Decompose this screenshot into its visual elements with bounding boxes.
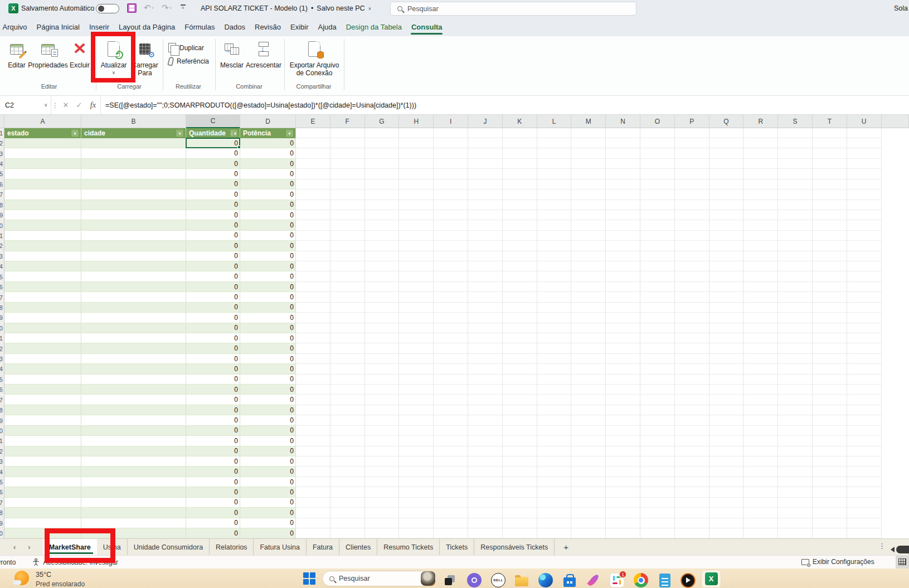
cell-A12[interactable] — [4, 241, 81, 251]
cell-H31[interactable] — [399, 436, 434, 446]
cell-R32[interactable] — [743, 446, 778, 456]
cell-D40[interactable]: 0 — [240, 528, 296, 538]
cell-N32[interactable] — [606, 446, 640, 456]
cell-U3[interactable] — [847, 148, 882, 158]
cell-R15[interactable] — [743, 271, 778, 281]
cell-D21[interactable]: 0 — [240, 333, 296, 343]
cell-U24[interactable] — [847, 364, 882, 374]
cell-F38[interactable] — [330, 508, 365, 518]
cell-G16[interactable] — [365, 282, 400, 292]
row-header-27[interactable]: 27 — [0, 395, 4, 405]
column-header-S[interactable]: S — [778, 115, 813, 128]
cell-N29[interactable] — [606, 415, 640, 425]
cell-M21[interactable] — [571, 333, 606, 343]
cell-P31[interactable] — [675, 436, 709, 446]
cell-F31[interactable] — [330, 436, 365, 446]
cell-G39[interactable] — [365, 518, 400, 528]
cell-D19[interactable]: 0 — [240, 313, 296, 323]
cell-K13[interactable] — [503, 251, 537, 261]
tab-arquivo[interactable]: Arquivo — [0, 18, 32, 36]
cell-J22[interactable] — [468, 343, 503, 353]
cell-D30[interactable]: 0 — [240, 426, 296, 436]
cell-J2[interactable] — [468, 138, 503, 148]
cell-B28[interactable] — [81, 405, 186, 415]
cell-P25[interactable] — [675, 375, 709, 385]
cell-I8[interactable] — [434, 200, 468, 210]
row-header-17[interactable]: 17 — [0, 292, 4, 302]
cell-D13[interactable]: 0 — [240, 251, 296, 261]
sheet-tab-responsáveis-tickets[interactable]: Responsáveis Tickets — [474, 539, 555, 555]
cell-K30[interactable] — [503, 426, 537, 436]
cell-U27[interactable] — [847, 395, 882, 405]
cell-B36[interactable] — [81, 487, 186, 497]
cell-T28[interactable] — [813, 405, 847, 415]
cell-D8[interactable]: 0 — [240, 200, 296, 210]
cell-P6[interactable] — [675, 179, 709, 189]
cell-N24[interactable] — [606, 364, 640, 374]
cell-S1[interactable] — [778, 128, 813, 138]
row-header-22[interactable]: 22 — [0, 343, 4, 353]
cell-P20[interactable] — [675, 323, 709, 333]
cell-E8[interactable] — [296, 200, 330, 210]
cell-M22[interactable] — [571, 343, 606, 353]
cell-G34[interactable] — [365, 466, 400, 477]
cell-M23[interactable] — [571, 354, 606, 364]
cell-D37[interactable]: 0 — [240, 498, 296, 508]
tab-dados[interactable]: Dados — [220, 18, 250, 36]
cell-P16[interactable] — [675, 282, 709, 292]
column-header-G[interactable]: G — [365, 115, 400, 128]
cell-I29[interactable] — [434, 415, 468, 425]
cell-E11[interactable] — [296, 231, 330, 241]
cell-J36[interactable] — [468, 487, 503, 497]
cell-D22[interactable]: 0 — [240, 343, 296, 353]
taskbar-app-slack[interactable]: 1 — [609, 572, 625, 588]
cell-P40[interactable] — [675, 528, 709, 538]
cell-H22[interactable] — [399, 343, 434, 353]
cell-A21[interactable] — [4, 333, 81, 343]
cell-C24[interactable]: 0 — [186, 364, 240, 374]
cell-H19[interactable] — [399, 313, 434, 323]
cell-R3[interactable] — [743, 148, 778, 158]
cell-R16[interactable] — [743, 282, 778, 292]
cell-Q40[interactable] — [709, 528, 744, 538]
cell-C26[interactable]: 0 — [186, 385, 240, 395]
cell-G29[interactable] — [365, 415, 400, 425]
cell-H7[interactable] — [399, 189, 434, 200]
cell-G20[interactable] — [365, 323, 400, 333]
cell-Q31[interactable] — [709, 436, 744, 446]
cell-A23[interactable] — [4, 354, 81, 364]
cell-M39[interactable] — [571, 518, 606, 528]
cell-P11[interactable] — [675, 231, 709, 241]
formula-bar-handle[interactable]: ⋮ — [51, 96, 59, 114]
cell-O2[interactable] — [640, 138, 675, 148]
cell-Q5[interactable] — [709, 169, 744, 179]
cell-B4[interactable] — [81, 159, 186, 169]
cell-T21[interactable] — [813, 333, 847, 343]
cell-S21[interactable] — [778, 333, 813, 343]
cell-K3[interactable] — [503, 148, 537, 158]
row-header-19[interactable]: 19 — [0, 313, 4, 323]
cell-T30[interactable] — [813, 426, 847, 436]
cell-L19[interactable] — [537, 313, 572, 323]
cell-N21[interactable] — [606, 333, 640, 343]
cell-F3[interactable] — [330, 148, 365, 158]
cell-L35[interactable] — [537, 477, 572, 487]
cell-U25[interactable] — [847, 375, 882, 385]
cell-O37[interactable] — [640, 498, 675, 508]
cell-S5[interactable] — [778, 169, 813, 179]
cell-L8[interactable] — [537, 200, 572, 210]
cell-H32[interactable] — [399, 446, 434, 456]
cell-B5[interactable] — [81, 169, 186, 179]
cell-S9[interactable] — [778, 210, 813, 220]
cell-P17[interactable] — [675, 292, 709, 302]
cell-S2[interactable] — [778, 138, 813, 148]
redo-button[interactable]: ↷∨ — [162, 3, 172, 13]
autosave-toggle[interactable] — [96, 4, 119, 13]
cell-C30[interactable]: 0 — [186, 426, 240, 436]
cell-A39[interactable] — [4, 518, 81, 528]
cell-D34[interactable]: 0 — [240, 466, 296, 477]
cell-N20[interactable] — [606, 323, 640, 333]
cell-J5[interactable] — [468, 169, 503, 179]
cell-J38[interactable] — [468, 508, 503, 518]
cell-Q12[interactable] — [709, 241, 744, 251]
